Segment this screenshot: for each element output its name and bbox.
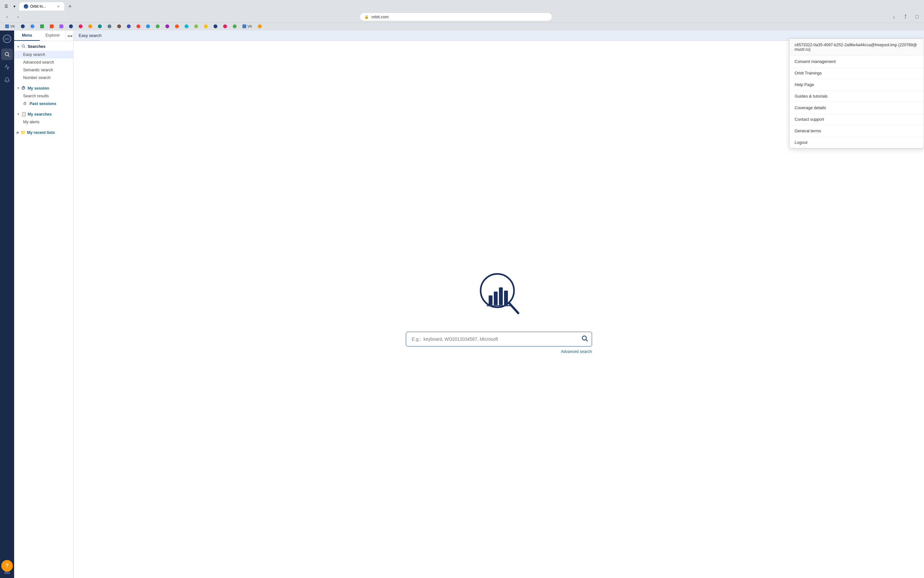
searches-icon [21,44,26,49]
dropdown-orbit-trainings[interactable]: Orbit Trainings [789,67,924,79]
new-window-btn[interactable]: □ [913,12,921,21]
advanced-search-link[interactable]: Advanced search [561,349,592,354]
sidebar-item-easy-search[interactable]: Easy search [14,51,73,58]
address-bar[interactable]: 🔒 orbit.com [360,13,552,21]
searches-arrow: ▼ [17,45,20,49]
svg-rect-7 [8,572,9,573]
my-session-arrow: ▼ [17,86,20,90]
lock-icon: 🔒 [365,15,369,19]
page-title: Easy search [79,33,102,38]
sidebar-item-my-searches[interactable]: ▼ 📋 My searches [14,110,73,118]
tab-favicon [24,4,28,9]
bookmark-b19[interactable] [255,23,264,29]
searches-section: ▼ Searches Easy search Advanced search S… [14,41,73,83]
svg-line-9 [24,47,25,48]
svg-text:NG: NG [5,37,10,41]
bookmark-b4[interactable] [96,23,104,29]
svg-line-16 [509,304,518,313]
bookmark-b8[interactable] [134,23,143,29]
bookmark-b11[interactable] [163,23,172,29]
advanced-search-link-container: Advanced search [406,349,592,354]
main-search-input[interactable] [406,332,592,346]
bookmark-b14[interactable] [192,23,201,29]
browser-tab-orbit[interactable]: Orbit In... ✕ [19,2,64,11]
sidebar-item-search-results[interactable]: Search results [14,92,73,100]
bookmark-b2[interactable] [76,23,85,29]
svg-line-18 [586,340,588,341]
my-searches-arrow: ▼ [17,112,20,116]
search-bar-wrapper: Advanced search [406,332,592,354]
sidebar-item-my-session[interactable]: ▼ ⏱ My session [14,84,73,92]
tab-dropdown-btn[interactable]: ▾ [11,3,18,10]
user-dropdown: c6573322-0a35-4097-b252-2a96e4a44cca@fre… [789,39,924,148]
dropdown-coverage-details[interactable]: Coverage details [789,102,924,114]
my-searches-section: ▼ 📋 My searches My alerts [14,109,73,127]
bookmark-b12[interactable] [172,23,182,29]
bookmark-figma[interactable] [47,23,56,29]
sidebar: Menu Explorer ◀◀ ▼ Searches Easy search … [14,31,73,578]
bookmark-vk2[interactable]: VK [240,23,255,29]
app-logo: NG [1,33,13,45]
svg-rect-6 [5,572,6,573]
sidebar-tabs: Menu Explorer ◀◀ [14,31,73,41]
dropdown-help-page[interactable]: Help Page [789,79,924,91]
rail-bell-icon[interactable] [1,74,13,86]
address-text: orbit.com [371,15,389,19]
forward-btn[interactable]: › [13,12,23,21]
share-btn[interactable]: ⤴ [901,12,910,21]
rail-search-icon[interactable] [1,49,13,60]
bookmark-sheets[interactable] [37,23,47,29]
bookmark-b7[interactable] [124,23,133,29]
svg-point-8 [22,45,24,47]
bookmark-b16[interactable] [211,23,220,29]
bookmark-orbit[interactable] [18,23,27,29]
svg-rect-11 [489,295,493,305]
bookmark-b13[interactable] [182,23,191,29]
dropdown-guides-tutorials[interactable]: Guides & tutorials [789,91,924,102]
bookmark-b9[interactable] [144,23,152,29]
dropdown-logout[interactable]: Logout [789,137,924,148]
bookmark-b3[interactable] [86,23,95,29]
bookmark-b5[interactable] [105,23,114,29]
my-session-section: ▼ ⏱ My session Search results ⏱ Past ses… [14,83,73,109]
rail-analytics-icon[interactable] [1,61,13,73]
bookmark-g[interactable] [28,23,37,29]
sidebar-item-advanced-search[interactable]: Advanced search [14,58,73,66]
sidebar-item-searches[interactable]: ▼ Searches [14,42,73,51]
bookmark-figma2[interactable] [57,23,66,29]
bookmark-bar: VK VK [0,23,924,31]
dropdown-user-email: c6573322-0a35-4097-b252-2a96e4a44cca@fre… [789,39,924,56]
back-btn[interactable]: ‹ [3,12,11,21]
bookmark-b1[interactable] [66,23,75,29]
bookmark-b15[interactable] [201,23,210,29]
bookmark-b6[interactable] [115,23,123,29]
sidebar-toggle-btn[interactable]: ☰ [3,3,10,10]
sidebar-item-semantic-search[interactable]: Semantic search [14,66,73,74]
bookmark-b17[interactable] [220,23,230,29]
svg-rect-13 [499,287,503,305]
sidebar-item-number-search[interactable]: Number search [14,74,73,81]
sidebar-item-my-alerts[interactable]: My alerts [14,118,73,126]
my-recent-lists-arrow: ▶ [17,131,19,134]
tab-menu[interactable]: Menu [14,31,40,41]
bookmark-b18[interactable] [230,23,239,29]
tab-close-btn[interactable]: ✕ [57,5,60,9]
dropdown-contact-support[interactable]: Contact support [789,114,924,125]
download-btn[interactable]: ↓ [889,12,898,21]
bookmark-vk[interactable]: VK [3,23,18,29]
sidebar-collapse-btn[interactable]: ◀◀ [65,31,73,41]
new-tab-btn[interactable]: + [65,2,75,11]
help-button[interactable]: ? [1,560,13,572]
search-input-container [406,332,592,346]
svg-rect-12 [494,292,498,305]
tab-explorer[interactable]: Explorer [40,31,65,41]
bookmark-b10[interactable] [153,23,162,29]
icon-rail: NG [0,31,14,578]
sidebar-item-past-sessions[interactable]: ⏱ Past sessions [14,100,73,107]
dropdown-general-terms[interactable]: General terms [789,125,924,137]
svg-point-2 [5,52,9,56]
search-submit-btn[interactable] [581,335,588,344]
svg-rect-14 [504,291,508,305]
sidebar-item-my-recent-lists[interactable]: ▶ 📁 My recent lists [14,128,73,136]
dropdown-consent-management[interactable]: Consent management [789,56,924,67]
